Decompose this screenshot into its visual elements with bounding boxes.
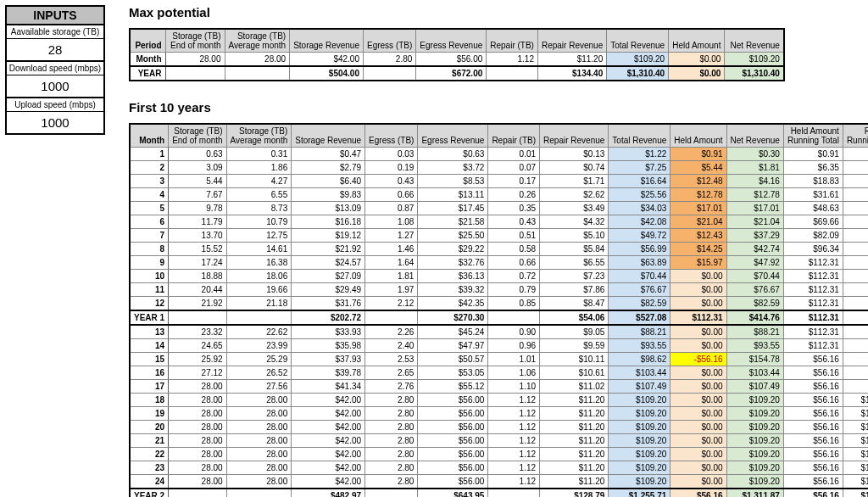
first10-cell[interactable]: 1.12 [488, 407, 540, 421]
first10-cell[interactable]: $36.13 [418, 270, 488, 283]
first10-cell[interactable]: $109.20 [726, 394, 783, 407]
first10-cell[interactable]: 0.51 [488, 229, 540, 243]
first10-cell[interactable]: $107.49 [609, 380, 670, 394]
first10-cell[interactable]: $137.14 [843, 243, 868, 256]
first10-cell[interactable]: 12.75 [226, 229, 292, 243]
first10-cell[interactable]: 9 [130, 256, 169, 270]
first10-cell[interactable]: $0.00 [670, 434, 726, 448]
first10-cell[interactable]: $103.44 [609, 366, 670, 380]
first10-cell[interactable]: $27.09 [292, 270, 365, 283]
first10-cell[interactable]: 15.52 [169, 243, 226, 256]
first10-cell[interactable]: $0.63 [418, 148, 488, 161]
first10-cell[interactable]: 1.08 [365, 215, 418, 229]
first10-cell[interactable]: 0.17 [488, 175, 540, 188]
first10-cell[interactable]: 28.00 [169, 421, 226, 434]
first10-cell[interactable]: $42.00 [292, 448, 365, 461]
first10-cell[interactable]: $42.00 [292, 461, 365, 475]
first10-cell[interactable]: $8.53 [418, 175, 488, 188]
first10-cell[interactable]: 0.96 [488, 339, 540, 353]
maxpot-cell[interactable]: $109.20 [725, 53, 784, 67]
first10-cell[interactable]: $502.97 [843, 325, 868, 339]
first10-cell[interactable]: 2.40 [365, 339, 418, 353]
first10-cell[interactable]: $1,289.83 [843, 421, 868, 434]
first10-cell[interactable]: $47.92 [726, 256, 783, 270]
first10-cell[interactable]: 24 [130, 475, 169, 489]
first10-cell[interactable]: $42.74 [726, 243, 783, 256]
first10-cell[interactable]: 0.26 [488, 188, 540, 202]
first10-cell[interactable]: $25.56 [609, 188, 670, 202]
first10-cell[interactable]: $202.72 [292, 310, 365, 325]
first10-cell[interactable]: $19.12 [292, 229, 365, 243]
first10-cell[interactable]: $109.20 [609, 421, 670, 434]
first10-cell[interactable]: $1,255.71 [609, 489, 670, 497]
first10-cell[interactable]: $11.20 [540, 461, 609, 475]
first10-cell[interactable] [226, 489, 292, 497]
first10-cell[interactable]: 21.18 [226, 297, 292, 311]
first10-cell[interactable]: -$56.16 [670, 353, 726, 366]
first10-cell[interactable]: $41.34 [292, 380, 365, 394]
first10-cell[interactable]: $21.04 [726, 215, 783, 229]
first10-cell[interactable]: $596.52 [843, 339, 868, 353]
first10-cell[interactable]: 1.81 [365, 270, 418, 283]
first10-cell[interactable]: $109.20 [609, 434, 670, 448]
first10-cell[interactable]: $56.00 [418, 421, 488, 434]
first10-cell[interactable]: $11.20 [540, 434, 609, 448]
maxpot-cell[interactable] [487, 66, 538, 81]
first10-cell[interactable]: $21.92 [292, 243, 365, 256]
first10-cell[interactable]: 0.72 [488, 270, 540, 283]
first10-cell[interactable]: $9.83 [292, 188, 365, 202]
first10-cell[interactable]: $47.97 [418, 339, 488, 353]
first10-cell[interactable]: $0.00 [670, 380, 726, 394]
first10-cell[interactable]: $414.76 [843, 310, 868, 325]
first10-cell[interactable]: 2.80 [365, 394, 418, 407]
first10-cell[interactable]: $4.32 [540, 215, 609, 229]
first10-cell[interactable]: $48.63 [783, 202, 843, 215]
first10-cell[interactable]: $751.30 [843, 353, 868, 366]
first10-cell[interactable]: $112.31 [783, 256, 843, 270]
first10-cell[interactable]: $112.31 [783, 297, 843, 311]
first10-cell[interactable]: $56.16 [670, 489, 726, 497]
first10-cell[interactable]: $45.24 [418, 325, 488, 339]
maxpot-cell[interactable] [165, 66, 225, 81]
first10-cell[interactable]: 28.00 [169, 380, 226, 394]
first10-cell[interactable]: $16.64 [609, 175, 670, 188]
first10-cell[interactable]: 27.56 [226, 380, 292, 394]
first10-cell[interactable]: $109.20 [609, 448, 670, 461]
first10-cell[interactable]: $13.11 [418, 188, 488, 202]
first10-cell[interactable]: $11.20 [540, 421, 609, 434]
first10-cell[interactable]: $56.00 [418, 434, 488, 448]
first10-cell[interactable]: $11.20 [540, 475, 609, 489]
first10-cell[interactable]: $55.12 [418, 380, 488, 394]
first10-cell[interactable]: $0.30 [843, 148, 868, 161]
first10-cell[interactable]: $13.09 [292, 202, 365, 215]
first10-cell[interactable]: 1.27 [365, 229, 418, 243]
first10-cell[interactable]: $15.97 [670, 256, 726, 270]
first10-cell[interactable]: $76.67 [609, 283, 670, 297]
first10-cell[interactable]: $0.00 [670, 283, 726, 297]
first10-cell[interactable]: 0.01 [488, 148, 540, 161]
first10-cell[interactable]: 1 [130, 148, 169, 161]
first10-cell[interactable]: 28.00 [226, 434, 292, 448]
first10-cell[interactable] [226, 310, 292, 325]
first10-cell[interactable]: $11.20 [540, 448, 609, 461]
first10-cell[interactable]: $76.67 [726, 283, 783, 297]
first10-cell[interactable]: $11.02 [540, 380, 609, 394]
first10-cell[interactable]: $1,726.63 [843, 489, 868, 497]
first10-cell[interactable]: $109.20 [726, 461, 783, 475]
first10-cell[interactable]: $5.10 [540, 229, 609, 243]
first10-cell[interactable]: $12.78 [726, 188, 783, 202]
first10-cell[interactable]: 14.61 [226, 243, 292, 256]
first10-cell[interactable]: $109.20 [726, 407, 783, 421]
inputs-upload-value[interactable]: 1000 [5, 112, 105, 135]
first10-cell[interactable]: $0.00 [670, 407, 726, 421]
first10-cell[interactable]: 0.31 [226, 148, 292, 161]
first10-cell[interactable]: $4.16 [726, 175, 783, 188]
first10-cell[interactable]: 7 [130, 229, 169, 243]
first10-cell[interactable]: 2.53 [365, 353, 418, 366]
first10-cell[interactable]: $109.20 [726, 475, 783, 489]
first10-cell[interactable]: 0.19 [365, 161, 418, 175]
first10-cell[interactable]: $112.31 [783, 310, 843, 325]
maxpot-cell[interactable]: $672.00 [416, 66, 487, 81]
first10-cell[interactable]: 2.12 [365, 297, 418, 311]
maxpot-cell[interactable] [225, 66, 290, 81]
